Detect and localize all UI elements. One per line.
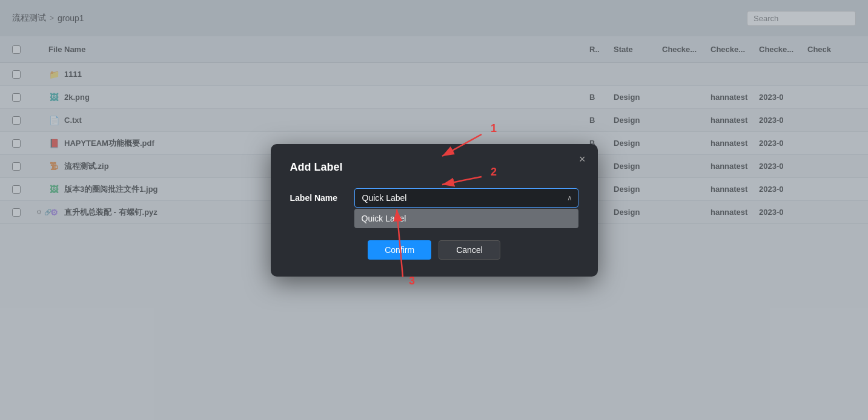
dropdown-list: Quick Label — [354, 209, 578, 228]
label-name-select[interactable]: Quick Label — [354, 188, 578, 208]
select-container: Quick Label ∧ — [354, 188, 578, 208]
dialog-close-button[interactable]: × — [579, 154, 586, 165]
dropdown-item-quick-label[interactable]: Quick Label — [354, 209, 578, 228]
modal-overlay: Add Label × Label Name Quick Label ∧ Qui… — [0, 0, 868, 420]
add-label-dialog: Add Label × Label Name Quick Label ∧ Qui… — [271, 144, 598, 277]
dialog-actions: Confirm Cancel — [290, 240, 578, 260]
label-name-row: Label Name Quick Label ∧ Quick Label — [290, 188, 578, 228]
label-name-label: Label Name — [290, 188, 345, 203]
cancel-button[interactable]: Cancel — [439, 240, 500, 260]
dialog-title: Add Label — [290, 161, 578, 174]
confirm-button[interactable]: Confirm — [368, 240, 431, 260]
label-select-wrap: Quick Label ∧ Quick Label — [354, 188, 578, 228]
